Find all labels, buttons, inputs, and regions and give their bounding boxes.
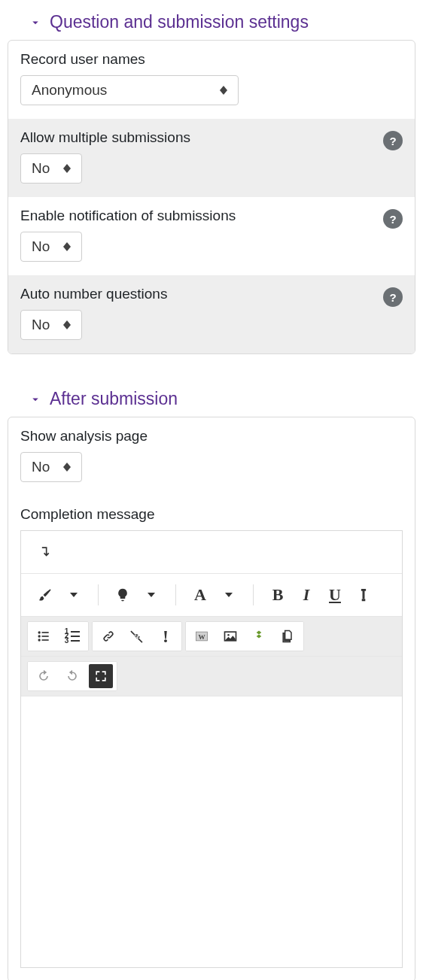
underline-button[interactable]: U — [323, 583, 347, 607]
prevent-autolink-button[interactable]: ! — [154, 624, 178, 648]
brush-dropdown-caret-icon[interactable] — [62, 583, 86, 607]
media-button[interactable] — [247, 624, 271, 648]
select-show-analysis[interactable]: No — [20, 452, 82, 482]
svg-point-9 — [227, 634, 230, 636]
files-button[interactable] — [275, 624, 300, 648]
panel-question-settings: Record user names Anonymous ? Allow mult… — [8, 40, 415, 354]
rich-text-editor: A B I U — [20, 530, 403, 968]
row-completion-message: Completion message — [8, 496, 415, 980]
editor-toolbar-main: A B I U — [21, 574, 402, 617]
label-enable-notification: Enable notification of submissions — [20, 208, 403, 224]
label-record-user-names: Record user names — [20, 51, 403, 68]
editor-toolbar-toggle-row — [21, 531, 402, 574]
bulb-icon[interactable] — [111, 583, 135, 607]
toolbar-divider — [98, 584, 99, 605]
row-enable-notification: ? Enable notification of submissions No — [8, 197, 415, 275]
panel-after-submission: Show analysis page No Completion message — [8, 417, 415, 980]
select-caret-icon — [63, 463, 71, 472]
svg-point-2 — [38, 639, 41, 641]
editor-toolbar-tertiary — [21, 657, 402, 696]
select-caret-icon — [63, 242, 71, 251]
section-toggle-question-settings[interactable]: Question and submission settings — [8, 8, 415, 40]
paste-word-button[interactable]: W — [190, 624, 214, 648]
font-button[interactable]: A — [188, 583, 212, 607]
svg-rect-4 — [42, 636, 49, 637]
chevron-down-icon — [29, 393, 42, 406]
label-auto-number: Auto number questions — [20, 286, 403, 302]
select-caret-icon — [220, 86, 227, 95]
row-auto-number: ? Auto number questions No — [8, 275, 415, 353]
row-show-analysis: Show analysis page No — [8, 417, 415, 496]
bold-button[interactable]: B — [266, 583, 290, 607]
italic-button[interactable]: I — [294, 583, 318, 607]
select-enable-notification[interactable]: No — [20, 232, 82, 262]
svg-point-1 — [38, 635, 41, 637]
svg-rect-5 — [42, 639, 49, 641]
brush-icon[interactable] — [33, 583, 57, 607]
select-allow-multiple[interactable]: No — [20, 153, 82, 184]
svg-text:W: W — [198, 633, 205, 641]
fullscreen-button[interactable] — [89, 664, 113, 688]
font-dropdown-caret-icon[interactable] — [217, 583, 241, 607]
help-icon[interactable]: ? — [383, 287, 403, 307]
chevron-down-icon — [29, 16, 42, 29]
section-toggle-after-submission[interactable]: After submission — [8, 384, 415, 417]
row-record-user-names: Record user names Anonymous — [8, 41, 415, 119]
clear-formatting-button[interactable] — [351, 583, 376, 607]
select-caret-icon — [63, 320, 71, 329]
editor-toolbar-secondary: 1 2 3 ! — [21, 617, 402, 657]
label-completion-message: Completion message — [20, 506, 403, 523]
toolbar-divider — [253, 584, 254, 605]
label-show-analysis: Show analysis page — [20, 428, 403, 444]
row-allow-multiple: ? Allow multiple submissions No — [8, 119, 415, 197]
redo-button[interactable] — [60, 664, 84, 688]
toolbar-divider — [175, 584, 176, 605]
select-value: No — [32, 459, 50, 475]
bulb-dropdown-caret-icon[interactable] — [139, 583, 163, 607]
toggle-toolbar-button[interactable] — [33, 540, 57, 564]
svg-rect-3 — [42, 632, 49, 633]
select-record-user-names[interactable]: Anonymous — [20, 75, 239, 105]
section-title: After submission — [50, 389, 178, 409]
select-value: No — [32, 317, 50, 333]
image-button[interactable] — [218, 624, 242, 648]
select-value: No — [32, 160, 50, 177]
editor-textarea[interactable] — [21, 696, 402, 967]
select-value: No — [32, 238, 50, 255]
svg-point-0 — [38, 631, 41, 633]
ordered-list-button[interactable]: 1 2 3 — [60, 624, 84, 648]
unordered-list-button[interactable] — [32, 624, 56, 648]
select-value: Anonymous — [32, 82, 107, 99]
link-button[interactable] — [96, 624, 120, 648]
select-caret-icon — [63, 164, 71, 173]
unlink-button[interactable] — [125, 624, 149, 648]
help-icon[interactable]: ? — [383, 209, 403, 229]
select-auto-number[interactable]: No — [20, 310, 82, 340]
label-allow-multiple: Allow multiple submissions — [20, 129, 403, 146]
section-title: Question and submission settings — [50, 12, 309, 32]
undo-button[interactable] — [32, 664, 56, 688]
help-icon[interactable]: ? — [383, 131, 403, 150]
